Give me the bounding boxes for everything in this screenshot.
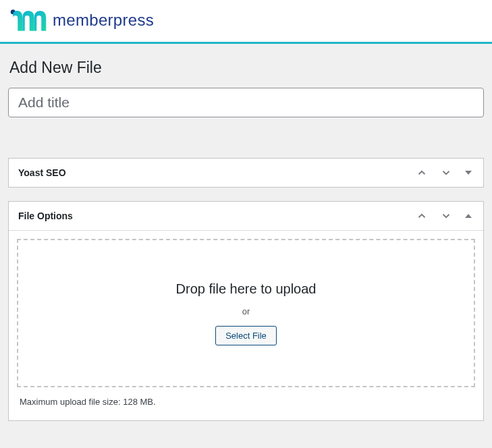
svg-marker-2 [465,214,472,218]
page-title: Add New File [8,59,484,77]
brand-header: memberpress [0,0,492,44]
yoast-seo-panel: Yoast SEO [8,158,484,188]
triangle-down-icon [464,169,472,177]
upload-drop-text: Drop file here to upload [176,281,317,297]
main-content: Add New File Yoast SEO File Options [0,44,492,421]
select-file-button[interactable]: Select File [215,326,277,345]
yoast-seo-panel-title: Yoast SEO [18,167,66,178]
move-up-button[interactable] [414,165,429,180]
upload-dropzone[interactable]: Drop file here to upload or Select File [17,239,475,387]
svg-marker-1 [465,171,472,175]
chevron-up-icon [416,167,428,179]
triangle-up-icon [464,212,472,220]
toggle-panel-button[interactable] [463,167,474,178]
chevron-down-icon [440,210,452,222]
brand-name: memberpress [53,11,154,30]
file-options-panel-title: File Options [18,211,73,221]
chevron-down-icon [440,167,452,179]
toggle-panel-button[interactable] [463,211,474,221]
move-down-button[interactable] [439,165,454,180]
move-down-button[interactable] [439,208,454,223]
file-options-panel-controls [414,208,474,223]
title-input[interactable] [8,88,484,117]
chevron-up-icon [416,210,428,222]
file-options-panel-body: Drop file here to upload or Select File … [9,231,483,420]
max-upload-size-text: Maximum upload file size: 128 MB. [17,387,475,412]
yoast-seo-panel-controls [414,165,474,180]
file-options-panel-header[interactable]: File Options [9,202,483,231]
memberpress-logo-icon [9,7,47,34]
upload-or-text: or [242,306,250,316]
file-options-panel: File Options Drop file here to upload or… [8,201,484,421]
yoast-seo-panel-header[interactable]: Yoast SEO [9,159,483,187]
move-up-button[interactable] [414,208,429,223]
